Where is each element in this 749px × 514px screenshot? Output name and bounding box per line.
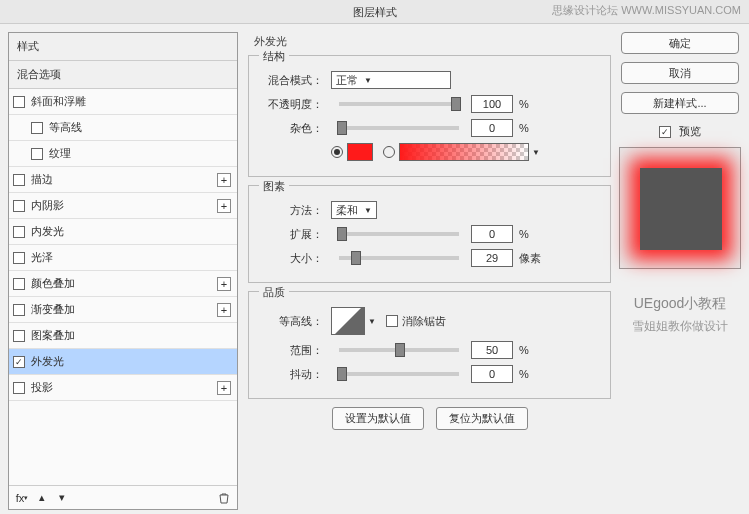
effect-checkbox[interactable] — [31, 122, 43, 134]
effect-checkbox[interactable] — [13, 382, 25, 394]
sidebar-item-label: 外发光 — [31, 354, 64, 369]
method-select[interactable]: 柔和▼ — [331, 201, 377, 219]
blend-mode-select[interactable]: 正常▼ — [331, 71, 451, 89]
panel-title: 外发光 — [248, 32, 611, 55]
sidebar-item-label: 等高线 — [49, 120, 82, 135]
sidebar-item-label: 内阴影 — [31, 198, 64, 213]
effect-checkbox[interactable] — [13, 330, 25, 342]
fx-icon[interactable]: fx▾ — [15, 491, 29, 505]
effect-checkbox[interactable] — [13, 226, 25, 238]
opacity-slider[interactable] — [339, 102, 459, 106]
chevron-down-icon: ▼ — [364, 206, 372, 215]
sidebar-item[interactable]: 投影+ — [9, 375, 237, 401]
sidebar-item[interactable]: 渐变叠加+ — [9, 297, 237, 323]
right-column: 确定 取消 新建样式... ✓ 预览 UEgood小教程 雪姐姐教你做设计 — [617, 24, 749, 514]
add-effect-icon[interactable]: + — [217, 381, 231, 395]
method-label: 方法： — [259, 203, 323, 218]
effect-checkbox[interactable]: ✓ — [13, 356, 25, 368]
sidebar-item-label: 投影 — [31, 380, 53, 395]
sidebar-item[interactable]: 纹理 — [9, 141, 237, 167]
group-label: 图素 — [259, 179, 289, 194]
sidebar-item[interactable]: 颜色叠加+ — [9, 271, 237, 297]
reset-default-button[interactable]: 复位为默认值 — [436, 407, 528, 430]
spread-input[interactable]: 0 — [471, 225, 513, 243]
sidebar-header: 样式 — [9, 33, 237, 61]
sidebar-item[interactable]: 光泽 — [9, 245, 237, 271]
effect-checkbox[interactable] — [13, 252, 25, 264]
sidebar-footer: fx▾ ▴ ▾ — [9, 485, 237, 509]
effect-checkbox[interactable] — [13, 96, 25, 108]
effect-checkbox[interactable] — [13, 200, 25, 212]
structure-group: 结构 混合模式： 正常▼ 不透明度： 100 % 杂色： 0 % — [248, 55, 611, 177]
sidebar-item-label: 光泽 — [31, 250, 53, 265]
chevron-down-icon: ▼ — [364, 76, 372, 85]
blend-mode-label: 混合模式： — [259, 73, 323, 88]
new-style-button[interactable]: 新建样式... — [621, 92, 739, 114]
jitter-input[interactable]: 0 — [471, 365, 513, 383]
gradient-radio[interactable] — [383, 146, 395, 158]
sidebar-item[interactable]: 内阴影+ — [9, 193, 237, 219]
up-icon[interactable]: ▴ — [35, 491, 49, 505]
sidebar-item[interactable]: 等高线 — [9, 115, 237, 141]
effect-checkbox[interactable] — [31, 148, 43, 160]
sidebar-item-label: 颜色叠加 — [31, 276, 75, 291]
trash-icon[interactable] — [217, 491, 231, 505]
add-effect-icon[interactable]: + — [217, 173, 231, 187]
group-label: 结构 — [259, 49, 289, 64]
sidebar-item-label: 纹理 — [49, 146, 71, 161]
range-input[interactable]: 50 — [471, 341, 513, 359]
contour-picker[interactable] — [331, 307, 365, 335]
opacity-input[interactable]: 100 — [471, 95, 513, 113]
antialias-label: 消除锯齿 — [402, 314, 446, 329]
size-slider[interactable] — [339, 256, 459, 260]
sidebar-item[interactable]: ✓外发光 — [9, 349, 237, 375]
size-input[interactable]: 29 — [471, 249, 513, 267]
sidebar-item-label: 渐变叠加 — [31, 302, 75, 317]
spread-slider[interactable] — [339, 232, 459, 236]
elements-group: 图素 方法： 柔和▼ 扩展： 0 % 大小： 29 像素 — [248, 185, 611, 283]
sidebar-item[interactable]: 内发光 — [9, 219, 237, 245]
sidebar-item-label: 斜面和浮雕 — [31, 94, 86, 109]
noise-label: 杂色： — [259, 121, 323, 136]
color-swatch[interactable] — [347, 143, 373, 161]
range-label: 范围： — [259, 343, 323, 358]
cancel-button[interactable]: 取消 — [621, 62, 739, 84]
color-radio[interactable] — [331, 146, 343, 158]
sidebar-item[interactable]: 描边+ — [9, 167, 237, 193]
jitter-slider[interactable] — [339, 372, 459, 376]
credit-text: UEgood小教程 雪姐姐教你做设计 — [621, 291, 739, 338]
add-effect-icon[interactable]: + — [217, 199, 231, 213]
settings-panel: 外发光 结构 混合模式： 正常▼ 不透明度： 100 % 杂色： 0 % — [242, 24, 617, 514]
sidebar-item-label: 内发光 — [31, 224, 64, 239]
add-effect-icon[interactable]: + — [217, 277, 231, 291]
ok-button[interactable]: 确定 — [621, 32, 739, 54]
sidebar-item[interactable]: 图案叠加 — [9, 323, 237, 349]
quality-group: 品质 等高线： ▼ 消除锯齿 范围： 50 % 抖动： 0 % — [248, 291, 611, 399]
effect-checkbox[interactable] — [13, 174, 25, 186]
noise-input[interactable]: 0 — [471, 119, 513, 137]
contour-label: 等高线： — [259, 314, 323, 329]
gradient-picker[interactable] — [399, 143, 529, 161]
preview-label: 预览 — [679, 124, 701, 139]
jitter-label: 抖动： — [259, 367, 323, 382]
chevron-down-icon[interactable]: ▼ — [368, 317, 376, 326]
range-slider[interactable] — [339, 348, 459, 352]
sidebar-item-label: 描边 — [31, 172, 53, 187]
down-icon[interactable]: ▾ — [55, 491, 69, 505]
noise-slider[interactable] — [339, 126, 459, 130]
styles-sidebar: 样式 混合选项 斜面和浮雕等高线纹理描边+内阴影+内发光光泽颜色叠加+渐变叠加+… — [8, 32, 238, 510]
preview-checkbox[interactable]: ✓ — [659, 126, 671, 138]
sidebar-item-label: 图案叠加 — [31, 328, 75, 343]
effect-checkbox[interactable] — [13, 278, 25, 290]
chevron-down-icon[interactable]: ▼ — [532, 148, 540, 157]
sidebar-item[interactable]: 斜面和浮雕 — [9, 89, 237, 115]
size-label: 大小： — [259, 251, 323, 266]
spread-label: 扩展： — [259, 227, 323, 242]
add-effect-icon[interactable]: + — [217, 303, 231, 317]
group-label: 品质 — [259, 285, 289, 300]
opacity-label: 不透明度： — [259, 97, 323, 112]
set-default-button[interactable]: 设置为默认值 — [332, 407, 424, 430]
blend-options[interactable]: 混合选项 — [9, 61, 237, 89]
antialias-checkbox[interactable] — [386, 315, 398, 327]
effect-checkbox[interactable] — [13, 304, 25, 316]
